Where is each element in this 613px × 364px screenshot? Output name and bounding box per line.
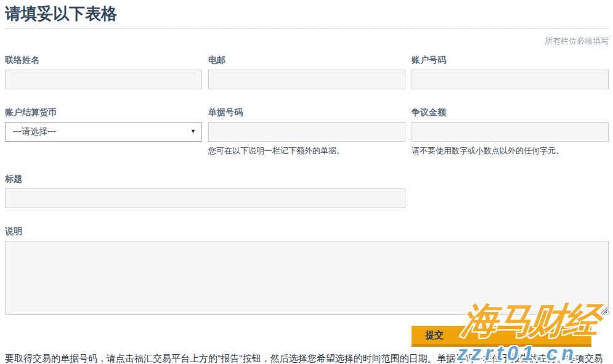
form-row-4: 说明 xyxy=(5,226,609,315)
description-label: 说明 xyxy=(5,226,609,237)
ticket-number-label: 单据号码 xyxy=(208,107,405,118)
field-account-number: 账户号码 xyxy=(412,55,609,89)
field-email: 电邮 xyxy=(208,55,405,89)
description-textarea-wrap xyxy=(5,241,609,315)
form-row-1: 联络姓名 电邮 账户号码 xyxy=(5,55,609,89)
complaint-form-page: 请填妥以下表格 所有栏位必须填写 联络姓名 电邮 账户号码 账户结算货币 ---… xyxy=(0,4,613,364)
contact-name-label: 联络姓名 xyxy=(5,55,202,66)
currency-select-value: ---请选择--- xyxy=(13,126,56,137)
ticket-number-helper: 您可在以下说明一栏记下额外的单据。 xyxy=(208,146,405,156)
account-number-label: 账户号码 xyxy=(412,55,609,66)
field-subject: 标题 xyxy=(5,174,405,208)
account-number-input[interactable] xyxy=(412,70,609,89)
field-ticket-number: 单据号码 您可在以下说明一栏记下额外的单据。 xyxy=(208,107,405,156)
contact-name-input[interactable] xyxy=(5,70,202,89)
currency-label: 账户结算货币 xyxy=(5,107,202,118)
email-input[interactable] xyxy=(208,70,405,89)
field-contact-name: 联络姓名 xyxy=(5,55,202,89)
field-description: 说明 xyxy=(5,226,609,315)
ticket-number-input[interactable] xyxy=(208,122,405,142)
dispute-amount-helper: 请不要使用数字或小数点以外的任何字元。 xyxy=(412,146,609,156)
submit-row: 提交 xyxy=(5,326,609,347)
title-divider xyxy=(5,28,609,29)
field-dispute-amount: 争议金额 请不要使用数字或小数点以外的任何字元。 xyxy=(412,107,609,156)
field-currency: 账户结算货币 ---请选择--- ▼ xyxy=(5,107,202,156)
required-fields-note: 所有栏位必须填写 xyxy=(5,36,609,47)
form-row-2: 账户结算货币 ---请选择--- ▼ 单据号码 您可在以下说明一栏记下额外的单据… xyxy=(5,107,609,156)
form-row-3: 标题 xyxy=(5,174,609,208)
dispute-amount-input[interactable] xyxy=(412,122,609,142)
description-textarea[interactable] xyxy=(5,241,609,315)
submit-button[interactable]: 提交 xyxy=(412,326,591,347)
footer-instructions: 要取得交易的单据号码，请点击福汇交易平台上方的"报告"按钮，然后选择您希望选择的… xyxy=(5,352,611,364)
dispute-amount-label: 争议金额 xyxy=(412,107,609,118)
subject-label: 标题 xyxy=(5,174,405,185)
page-title: 请填妥以下表格 xyxy=(5,4,609,24)
chevron-down-icon: ▼ xyxy=(190,129,196,134)
currency-select[interactable]: ---请选择--- ▼ xyxy=(5,122,202,142)
email-label: 电邮 xyxy=(208,55,405,66)
subject-input[interactable] xyxy=(5,188,405,208)
